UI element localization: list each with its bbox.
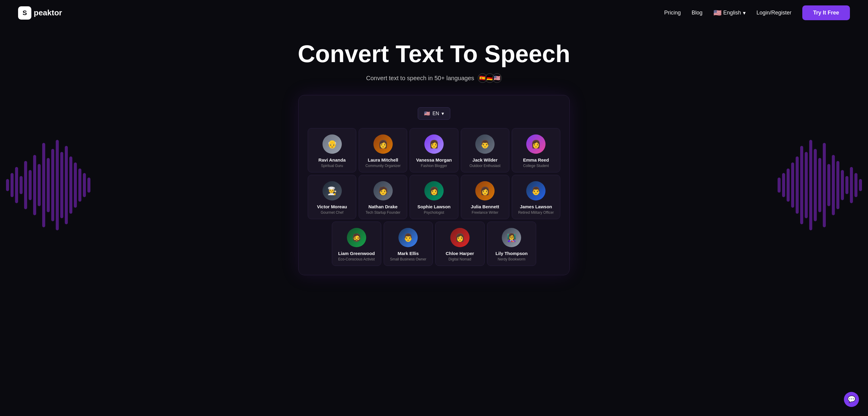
voice-card-sophie-lawson[interactable]: 👩 Sophie Lawson Psychologist <box>410 175 458 219</box>
voice-avatar: 🧑 <box>373 181 393 201</box>
voice-name: Victor Moreau <box>317 204 347 209</box>
hero-section: Convert Text To Speech Convert text to s… <box>0 26 868 89</box>
voice-name: Jack Wilder <box>472 157 498 162</box>
voice-grid-row2: 👨‍🍳 Victor Moreau Gourmet Chef 🧑 Nathan … <box>308 175 560 219</box>
voice-role: Nerdy Bookworm <box>498 257 525 261</box>
navbar: S peaktor Pricing Blog 🇺🇸 English ▾ Logi… <box>0 0 868 26</box>
voice-grid-row1: 👴 Ravi Ananda Spiritual Guru 👩 Laura Mit… <box>308 128 560 172</box>
voice-card-james-lawson[interactable]: 👨 James Lawson Retired Military Officer <box>512 175 560 219</box>
voice-name: Laura Mitchell <box>368 157 398 162</box>
voice-card-lily-thompson[interactable]: 👩‍🏫 Lily Thompson Nerdy Bookworm <box>487 221 536 266</box>
voice-role: Small Business Owner <box>390 257 427 261</box>
wave-bars-left <box>6 132 90 238</box>
flag-stack: 🇪🇸 🇩🇪 🇺🇸 <box>478 73 502 83</box>
voice-role: Tech Startup Founder <box>366 210 400 215</box>
voice-card-victor-moreau[interactable]: 👨‍🍳 Victor Moreau Gourmet Chef <box>308 175 356 219</box>
voice-card-ravi-ananda[interactable]: 👴 Ravi Ananda Spiritual Guru <box>308 128 356 172</box>
voice-role: Freelance Writer <box>472 210 498 215</box>
voice-card-laura-mitchell[interactable]: 👩 Laura Mitchell Community Organizer <box>359 128 407 172</box>
flag-us: 🇺🇸 <box>492 73 502 83</box>
chat-icon: 💬 <box>847 395 856 403</box>
app-card: 🇺🇸 EN ▾ 👴 Ravi Ananda Spiritual Guru 👩 L… <box>299 95 569 275</box>
voice-avatar: 👩 <box>373 135 393 154</box>
nav-blog[interactable]: Blog <box>692 10 703 16</box>
voice-card-chloe-harper[interactable]: 👩 Chloe Harper Digital Nomad <box>435 221 485 266</box>
voice-card-emma-reed[interactable]: 👩 Emma Reed College Student <box>512 128 560 172</box>
voice-card-liam-greenwood[interactable]: 🧔 Liam Greenwood Eco-Conscious Activist <box>332 221 381 266</box>
logo-text: peaktor <box>34 8 62 18</box>
voice-grid-row3: 🧔 Liam Greenwood Eco-Conscious Activist … <box>308 221 560 266</box>
voice-role: Spiritual Guru <box>321 164 343 168</box>
hero-title: Convert Text To Speech <box>6 41 862 67</box>
voice-avatar: 👨‍🍳 <box>322 181 342 201</box>
voice-name: Emma Reed <box>523 157 549 162</box>
logo-box: S <box>18 6 31 20</box>
voice-role: Gourmet Chef <box>321 210 343 215</box>
voice-name: Sophie Lawson <box>417 204 451 209</box>
voice-role: Community Organizer <box>365 164 401 168</box>
voice-role: Eco-Conscious Activist <box>338 257 375 261</box>
logo[interactable]: S peaktor <box>18 6 62 20</box>
voice-name: James Lawson <box>520 204 552 209</box>
voice-avatar: 👨 <box>526 181 546 201</box>
voice-card-julia-bennett[interactable]: 👩 Julia Bennett Freelance Writer <box>461 175 509 219</box>
language-selector[interactable]: 🇺🇸 English ▾ <box>713 9 746 17</box>
voice-avatar: 👨 <box>475 135 495 154</box>
voice-name: Nathan Drake <box>368 204 398 209</box>
voice-role: Fashion Blogger <box>421 164 447 168</box>
voice-avatar: 👩 <box>475 181 495 201</box>
voice-name: Lily Thompson <box>495 251 528 256</box>
voice-name: Liam Greenwood <box>338 251 375 256</box>
waveform-section: 🇺🇸 EN ▾ 👴 Ravi Ananda Spiritual Guru 👩 L… <box>0 95 868 275</box>
app-lang-selector-button[interactable]: 🇺🇸 EN ▾ <box>418 107 450 120</box>
hero-subtitle-row: Convert text to speech in 50+ languages … <box>6 73 862 83</box>
voice-role: Outdoor Enthusiast <box>470 164 501 168</box>
voice-avatar: 👩‍🏫 <box>502 228 521 247</box>
voice-name: Vanessa Morgan <box>416 157 452 162</box>
app-lang-label: EN <box>433 111 439 116</box>
voice-avatar: 👩 <box>424 181 444 201</box>
lang-selector: 🇺🇸 EN ▾ <box>308 107 560 120</box>
voice-avatar: 👨 <box>398 228 418 247</box>
voice-role: College Student <box>523 164 549 168</box>
voice-card-jack-wilder[interactable]: 👨 Jack Wilder Outdoor Enthusiast <box>461 128 509 172</box>
wave-bars-right <box>778 132 862 238</box>
voice-role: Digital Nomad <box>448 257 471 261</box>
voice-avatar: 👩 <box>526 135 546 154</box>
nav-pricing[interactable]: Pricing <box>664 10 681 16</box>
app-flag-icon: 🇺🇸 <box>424 111 430 116</box>
chat-bubble[interactable]: 💬 <box>844 392 859 407</box>
voice-name: Julia Bennett <box>471 204 499 209</box>
language-label: English <box>723 10 741 16</box>
chevron-down-icon: ▾ <box>743 10 746 16</box>
voice-name: Chloe Harper <box>446 251 474 256</box>
flag-icon: 🇺🇸 <box>713 9 721 17</box>
voice-name: Ravi Ananda <box>318 157 345 162</box>
voice-card-vanessa-morgan[interactable]: 👩 Vanessa Morgan Fashion Blogger <box>410 128 458 172</box>
voice-role: Psychologist <box>424 210 444 215</box>
nav-login[interactable]: Login/Register <box>756 10 792 16</box>
voice-avatar: 👩 <box>424 135 444 154</box>
hero-subtitle-text: Convert text to speech in 50+ languages <box>366 75 474 82</box>
nav-links: Pricing Blog 🇺🇸 English ▾ Login/Register… <box>664 5 850 20</box>
voice-avatar: 👩 <box>450 228 470 247</box>
voice-role: Retired Military Officer <box>518 210 554 215</box>
voice-name: Mark Ellis <box>398 251 418 256</box>
voice-card-mark-ellis[interactable]: 👨 Mark Ellis Small Business Owner <box>384 221 433 266</box>
app-chevron-icon: ▾ <box>441 111 444 116</box>
try-free-button[interactable]: Try It Free <box>802 5 850 20</box>
voice-avatar: 👴 <box>322 135 342 154</box>
voice-avatar: 🧔 <box>347 228 366 247</box>
voice-card-nathan-drake[interactable]: 🧑 Nathan Drake Tech Startup Founder <box>359 175 407 219</box>
